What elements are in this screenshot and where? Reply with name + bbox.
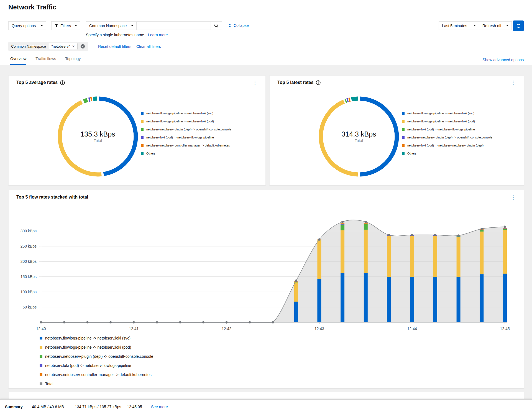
card-title-average-rates: Top 5 average rates — [16, 80, 58, 85]
query-options-dropdown[interactable]: Query options — [8, 21, 46, 30]
legend-swatch-icon — [141, 136, 144, 139]
legend-item: netobserv.flowlogs-pipeline -> netobserv… — [141, 120, 231, 123]
legend-label: netobserv.flowlogs-pipeline -> netobserv… — [407, 120, 475, 123]
legend-swatch-icon — [402, 136, 405, 139]
donut-chart-latest-rates[interactable] — [317, 95, 400, 178]
legend-item: netobserv.flowlogs-pipeline -> netobserv… — [40, 345, 153, 349]
total-data-point — [318, 238, 320, 241]
bar-segment — [364, 230, 368, 273]
legend-swatch-icon — [40, 364, 42, 367]
svg-text:12:41: 12:41 — [129, 326, 139, 331]
search-button[interactable] — [211, 21, 222, 30]
legend-swatch-icon — [141, 112, 144, 115]
legend-label: netobserv.flowlogs-pipeline -> netobserv… — [146, 112, 213, 115]
summary-bar: Summary 40.4 MB / 40.6 MB 134.71 kBps / … — [0, 399, 532, 414]
total-data-point — [133, 321, 135, 323]
donut-chart-average-rates[interactable] — [56, 95, 139, 178]
bar-segment — [294, 302, 298, 322]
bar-chart-legend: netobserv.flowlogs-pipeline -> netobserv… — [40, 336, 153, 386]
show-advanced-options-link[interactable]: Show advanced options — [482, 58, 524, 62]
total-data-point — [109, 321, 112, 323]
legend-label: Total — [45, 382, 53, 386]
card-title-latest-rates: Top 5 latest rates — [277, 80, 313, 85]
summary-time: 12:45:05 — [127, 405, 142, 409]
tab-overview[interactable]: Overview — [10, 56, 26, 65]
refresh-button[interactable] — [513, 20, 524, 31]
svg-text:12:42: 12:42 — [222, 326, 231, 331]
legend-swatch-icon — [40, 337, 42, 340]
legend-label: netobserv.netobserv-controller-manager -… — [45, 372, 152, 377]
bar-segment — [341, 225, 344, 230]
bar-segment — [433, 236, 437, 277]
legend-label: netobserv.flowlogs-pipeline -> netobserv… — [45, 345, 131, 349]
clear-filters-link[interactable]: Clear all filters — [136, 44, 161, 49]
bar-segment — [503, 274, 507, 322]
total-data-point — [179, 321, 181, 323]
kebab-menu[interactable]: ⋮ — [509, 79, 518, 86]
donut-legend: netobserv.flowlogs-pipeline -> netobserv… — [402, 112, 492, 155]
legend-item: netobserv.flowlogs-pipeline -> netobserv… — [40, 336, 153, 340]
chevron-down-icon — [506, 25, 508, 26]
bar-segment — [480, 230, 484, 232]
bar-segment — [503, 228, 507, 228]
legend-item: netobserv.netobserv-controller-manager -… — [40, 372, 153, 377]
svg-text:12:40: 12:40 — [36, 326, 46, 331]
svg-text:150 kBps: 150 kBps — [21, 274, 37, 279]
bar-segment — [364, 273, 368, 322]
stacked-bar-chart[interactable]: 50 kBps100 kBps150 kBps200 kBps250 kBps3… — [9, 204, 524, 334]
bar-segment — [503, 228, 507, 229]
legend-swatch-icon — [40, 373, 42, 376]
collapse-link[interactable]: Collapse — [228, 23, 249, 28]
tab-topology[interactable]: Topology — [65, 56, 81, 65]
info-icon[interactable] — [316, 80, 321, 85]
total-data-point — [86, 321, 88, 323]
tab-traffic-flows[interactable]: Traffic flows — [35, 56, 56, 65]
legend-item: netobserv.netobserv-plugin (depl) -> ope… — [402, 136, 492, 139]
legend-label: netobserv.flowlogs-pipeline -> netobserv… — [45, 336, 131, 340]
network-traffic-page: Network Traffic Query options Filters Co… — [0, 0, 532, 414]
filter-chip[interactable]: "netobserv" ✕ — [49, 43, 78, 50]
filter-field-dropdown[interactable]: Common Namespace — [86, 21, 137, 30]
bar-segment — [433, 277, 437, 322]
summary-label: Summary — [5, 405, 23, 409]
legend-label: netobserv.loki (pod) -> netobserv.flowlo… — [45, 363, 131, 368]
time-range-dropdown[interactable]: Last 5 minutes — [439, 21, 479, 30]
legend-item: netobserv.loki (pod) -> netobserv.flowlo… — [141, 136, 231, 139]
query-options-label: Query options — [12, 24, 36, 28]
reset-filters-link[interactable]: Reset default filters — [98, 44, 131, 49]
chevron-down-icon — [131, 25, 133, 26]
card-top5-latest-rates: Top 5 latest rates ⋮ 314.3 kBps Total ne… — [269, 75, 524, 186]
bar-segment — [480, 232, 484, 274]
legend-label: netobserv.netobserv-plugin (depl) -> ope… — [407, 136, 492, 139]
filters-dropdown[interactable]: Filters — [51, 21, 80, 30]
total-data-point — [202, 321, 204, 323]
legend-label: netobserv.netobserv-controller-manager -… — [146, 144, 230, 147]
bar-segment — [317, 279, 321, 322]
chip-close-icon[interactable]: ✕ — [72, 45, 75, 48]
legend-item: netobserv.flowlogs-pipeline -> netobserv… — [402, 112, 492, 115]
bar-segment — [410, 277, 414, 322]
total-data-point — [272, 321, 274, 323]
svg-text:12:43: 12:43 — [314, 326, 324, 331]
remove-group-icon[interactable] — [80, 44, 85, 49]
bar-segment — [387, 236, 391, 277]
total-data-point — [504, 226, 506, 228]
see-more-link[interactable]: See more — [151, 405, 168, 409]
total-data-point — [156, 321, 158, 323]
legend-label: netobserv.flowlogs-pipeline -> netobserv… — [407, 112, 474, 115]
legend-item: netobserv.loki (pod) -> netobserv.netobs… — [402, 144, 492, 147]
card-top5-average-rates: Top 5 average rates ⋮ 135.3 kBps Total n… — [8, 75, 266, 186]
filter-hint: Specify a single kubernetes name. Learn … — [86, 33, 168, 37]
info-icon[interactable] — [60, 80, 65, 85]
legend-label: netobserv.netobserv-plugin (depl) -> ope… — [146, 128, 231, 131]
learn-more-link[interactable]: Learn more — [148, 33, 168, 37]
legend-swatch-icon — [141, 152, 144, 155]
kebab-menu[interactable]: ⋮ — [251, 79, 259, 86]
bar-segment — [294, 282, 298, 302]
bar-segment — [387, 277, 391, 322]
filter-value-input[interactable] — [137, 21, 211, 30]
tab-bar: Overview Traffic flows Topology — [10, 56, 81, 65]
kebab-menu[interactable]: ⋮ — [509, 194, 518, 201]
legend-item: netobserv.loki (pod) -> netobserv.flowlo… — [40, 363, 153, 368]
refresh-interval-dropdown[interactable]: Refresh off — [479, 21, 512, 30]
